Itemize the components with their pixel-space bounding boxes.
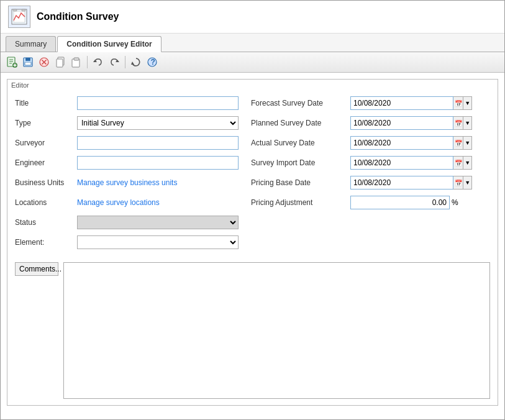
help-button[interactable]: ? [145, 55, 160, 70]
survey-import-date-row: Survey Import Date 10/08/2020 📅 ▼ [251, 155, 490, 170]
redo-button[interactable] [107, 55, 122, 70]
pricing-base-date-field: 10/08/2020 📅 ▼ [350, 176, 472, 189]
editor-section: Editor Title Type [7, 79, 498, 406]
pricing-base-date-calendar-button[interactable]: 📅 [453, 176, 464, 189]
pricing-base-date-label: Pricing Base Date [251, 178, 350, 187]
svg-rect-20 [74, 58, 79, 60]
title-input[interactable] [77, 96, 239, 110]
forecast-survey-date-label: Forecast Survey Date [251, 99, 350, 107]
forecast-date-calendar-button[interactable]: 📅 [453, 96, 464, 110]
pricing-adjustment-field: 0.00 % [350, 196, 458, 209]
comments-area: Comments... [15, 262, 490, 399]
new-button[interactable] [4, 55, 19, 70]
undo-button[interactable] [91, 55, 106, 70]
engineer-row: Engineer [15, 155, 239, 170]
actual-survey-date-input[interactable]: 10/08/2020 [350, 136, 453, 150]
title-bar: Condition Survey [1, 1, 504, 34]
manage-locations-link[interactable]: Manage survey locations [77, 198, 160, 207]
actual-date-dropdown-button[interactable]: ▼ [463, 136, 472, 150]
app-icon [8, 6, 30, 28]
actual-survey-date-row: Actual Survey Date 10/08/2020 📅 ▼ [251, 135, 490, 150]
svg-marker-22 [116, 60, 119, 62]
right-column: Forecast Survey Date 10/08/2020 📅 ▼ Plan… [251, 96, 490, 255]
survey-import-date-label: Survey Import Date [251, 158, 350, 167]
svg-marker-21 [93, 60, 97, 62]
tab-condition-survey-editor[interactable]: Condition Survey Editor [57, 36, 161, 52]
separator-1 [87, 56, 88, 68]
left-column: Title Type Initial Survey Annual Survey [15, 96, 239, 255]
planned-survey-date-row: Planned Survey Date 10/08/2020 📅 ▼ [251, 116, 490, 130]
element-label: Element: [15, 238, 77, 247]
save-button[interactable] [20, 55, 35, 70]
business-units-row: Business Units Manage survey business un… [15, 175, 239, 190]
svg-rect-18 [57, 59, 63, 67]
planned-date-calendar-button[interactable]: 📅 [453, 116, 464, 130]
cancel-button[interactable] [37, 55, 52, 70]
engineer-label: Engineer [15, 158, 77, 167]
main-window: Condition Survey Summary Condition Surve… [0, 0, 505, 420]
element-row: Element: [15, 235, 239, 250]
percent-label: % [452, 198, 458, 207]
svg-marker-23 [131, 62, 134, 65]
surveyor-row: Surveyor [15, 135, 239, 150]
forecast-survey-date-input[interactable]: 10/08/2020 [350, 96, 453, 110]
status-control: Active Inactive Completed [77, 216, 239, 229]
business-units-control: Manage survey business units [77, 178, 239, 187]
type-row: Type Initial Survey Annual Survey Specia… [15, 116, 239, 130]
planned-survey-date-label: Planned Survey Date [251, 119, 350, 127]
svg-text:?: ? [151, 58, 155, 66]
element-control [77, 235, 239, 249]
editor-section-label: Editor [7, 80, 498, 91]
title-row: Title [15, 96, 239, 111]
title-label: Title [15, 99, 77, 107]
svg-rect-3 [22, 9, 25, 11]
pricing-base-date-dropdown-button[interactable]: ▼ [463, 176, 472, 189]
pricing-base-date-input[interactable]: 10/08/2020 [350, 176, 453, 189]
status-select[interactable]: Active Inactive Completed [77, 216, 239, 229]
pricing-adjustment-row: Pricing Adjustment 0.00 % [251, 195, 490, 210]
type-label: Type [15, 119, 77, 127]
svg-rect-13 [25, 62, 31, 65]
svg-rect-2 [13, 9, 17, 11]
type-select[interactable]: Initial Survey Annual Survey Special Sur… [77, 116, 239, 130]
business-units-label: Business Units [15, 178, 77, 187]
planned-survey-date-input[interactable]: 10/08/2020 [350, 116, 453, 130]
surveyor-input[interactable] [77, 136, 239, 150]
refresh-button[interactable] [129, 55, 143, 70]
type-control: Initial Survey Annual Survey Special Sur… [77, 116, 239, 130]
copy-button[interactable] [53, 55, 68, 70]
actual-survey-date-label: Actual Survey Date [251, 139, 350, 147]
content-area: Editor Title Type [1, 73, 504, 419]
manage-business-units-link[interactable]: Manage survey business units [77, 178, 177, 187]
pricing-adjustment-input[interactable]: 0.00 [350, 196, 450, 209]
planned-date-dropdown-button[interactable]: ▼ [463, 116, 472, 130]
paste-button[interactable] [69, 55, 84, 70]
engineer-input[interactable] [77, 156, 239, 170]
import-date-dropdown-button[interactable]: ▼ [463, 156, 472, 170]
import-date-calendar-button[interactable]: 📅 [453, 156, 464, 170]
comments-textarea[interactable] [63, 262, 490, 399]
status-label: Status [15, 218, 77, 227]
forecast-date-field: 10/08/2020 📅 ▼ [350, 96, 472, 110]
comments-button[interactable]: Comments... [15, 262, 58, 276]
survey-import-date-input[interactable]: 10/08/2020 [350, 156, 453, 170]
locations-control: Manage survey locations [77, 198, 239, 207]
forecast-date-dropdown-button[interactable]: ▼ [463, 96, 472, 110]
actual-date-calendar-button[interactable]: 📅 [453, 136, 464, 150]
window-title: Condition Survey [37, 11, 119, 22]
import-date-field: 10/08/2020 📅 ▼ [350, 156, 472, 170]
tab-summary[interactable]: Summary [6, 36, 56, 52]
locations-row: Locations Manage survey locations [15, 195, 239, 210]
status-row: Status Active Inactive Completed [15, 215, 239, 230]
title-control [77, 96, 239, 110]
engineer-control [77, 156, 239, 170]
toolbar: ? [1, 52, 504, 73]
planned-date-field: 10/08/2020 📅 ▼ [350, 116, 472, 130]
pricing-adjustment-label: Pricing Adjustment [251, 198, 350, 207]
actual-date-field: 10/08/2020 📅 ▼ [350, 136, 472, 150]
form-area: Title Type Initial Survey Annual Survey [7, 91, 498, 260]
surveyor-control [77, 136, 239, 150]
element-select[interactable] [77, 235, 239, 249]
locations-label: Locations [15, 198, 77, 207]
surveyor-label: Surveyor [15, 139, 77, 147]
